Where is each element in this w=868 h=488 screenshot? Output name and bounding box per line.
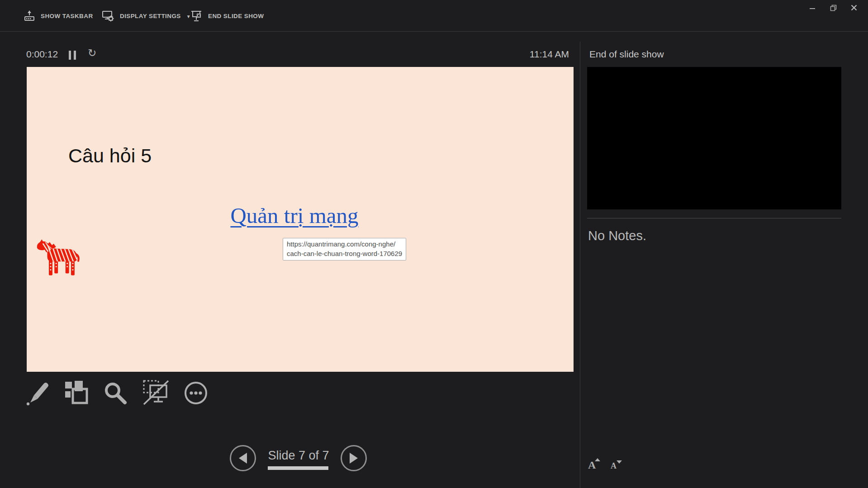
triangle-down-icon [617,460,622,464]
magnifier-icon [103,381,128,405]
minimize-button[interactable] [802,0,823,15]
progress-fill [268,466,328,470]
panel-divider-vertical [580,42,580,488]
pen-tool-button[interactable] [24,378,50,408]
notes-text: No Notes. [588,228,646,243]
restore-button[interactable] [823,0,844,15]
restart-icon: ↻ [88,47,96,59]
next-slide-button[interactable] [341,445,367,471]
presenter-view-window: SHOW TASKBAR [0,0,868,488]
notes-divider [587,218,841,218]
tooltip-line2: cach-can-le-chuan-trong-word-170629 [287,249,402,258]
previous-slide-button[interactable] [230,445,256,471]
triangle-up-icon [595,458,600,461]
end-slide-show-button[interactable]: END SLIDE SHOW [190,0,264,32]
pause-timer-button[interactable] [69,51,79,60]
zebra-clipart-image [36,239,84,280]
pen-icon [24,380,49,406]
hyperlink-url-tooltip: https://quantrimang.com/cong-nghe/ cach-… [283,238,406,261]
display-settings-label: DISPLAY SETTINGS [120,13,181,19]
current-time: 11:14 AM [524,49,569,60]
pause-icon [69,51,71,60]
minimize-icon [809,5,816,11]
restart-timer-button[interactable]: ↻ [88,47,96,59]
slide-hyperlink[interactable]: Quản trị mạng [230,203,358,228]
previous-arrow-icon [238,452,248,464]
slideshow-progress-bar [268,466,328,470]
increase-notes-font-button[interactable]: A [588,459,596,471]
restore-icon [830,5,837,11]
black-screen-toggle-button[interactable] [143,378,169,408]
end-slide-show-label: END SLIDE SHOW [208,13,264,19]
next-slide-header: End of slide show [589,49,664,60]
decrease-notes-font-button[interactable]: A [611,461,617,471]
black-screen-icon [143,380,169,406]
zoom-into-slide-button[interactable] [102,378,128,408]
more-options-button[interactable] [183,378,209,408]
see-all-slides-icon [64,381,89,405]
show-taskbar-label: SHOW TASKBAR [41,13,93,19]
next-arrow-icon [349,452,359,464]
see-all-slides-button[interactable] [63,378,90,408]
next-slide-preview[interactable] [587,67,841,209]
display-settings-button[interactable]: DISPLAY SETTINGS ▼ [102,0,191,32]
end-slide-show-icon [190,9,203,22]
slide-timer: 0:00:12 [26,49,58,60]
slide-title: Câu hỏi 5 [68,145,152,167]
close-button[interactable] [844,0,864,15]
slide-counter: Slide 7 of 7 [253,449,344,463]
close-icon [851,5,857,11]
tooltip-line1: https://quantrimang.com/cong-nghe/ [287,239,402,249]
display-settings-icon [102,9,114,22]
current-slide-canvas[interactable]: Câu hỏi 5 Quản trị mạng https://quantrim… [27,67,574,372]
show-taskbar-button[interactable]: SHOW TASKBAR [24,0,93,32]
ellipsis-icon [184,381,208,405]
show-taskbar-icon [24,10,35,22]
window-controls [802,0,864,15]
top-toolbar: SHOW TASKBAR [0,0,868,32]
